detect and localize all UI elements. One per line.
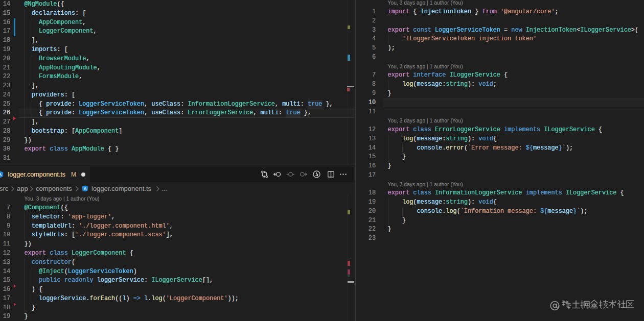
svg-text:A: A bbox=[83, 186, 86, 191]
svg-text:A: A bbox=[0, 172, 2, 177]
